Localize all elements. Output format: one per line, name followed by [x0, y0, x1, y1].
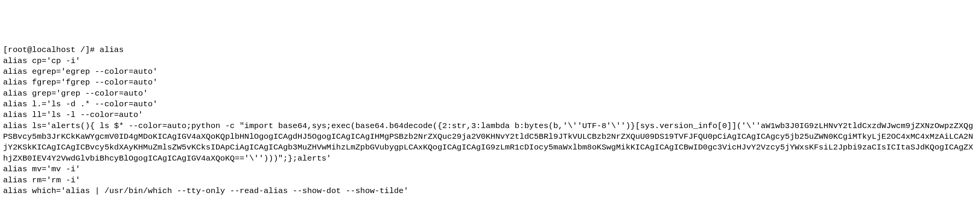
alias-line: alias ls='alerts(){ ls $* --color=auto;p… [3, 121, 977, 164]
alias-line: alias rm='rm -i' [3, 175, 977, 186]
alias-line: alias mv='mv -i' [3, 164, 977, 175]
terminal-output: [root@localhost /]# aliasalias cp='cp -i… [3, 45, 977, 197]
shell-prompt: [root@localhost /]# [3, 45, 100, 54]
alias-line: alias cp='cp -i' [3, 56, 977, 67]
alias-line: alias which='alias | /usr/bin/which --tt… [3, 186, 977, 197]
alias-line: alias l.='ls -d .* --color=auto' [3, 99, 977, 110]
alias-line: alias ll='ls -l --color=auto' [3, 110, 977, 120]
alias-line: alias fgrep='fgrep --color=auto' [3, 77, 977, 88]
typed-command: alias [100, 45, 124, 54]
prompt-line: [root@localhost /]# alias [3, 45, 977, 55]
alias-line: alias grep='grep --color=auto' [3, 88, 977, 99]
alias-line: alias egrep='egrep --color=auto' [3, 67, 977, 77]
